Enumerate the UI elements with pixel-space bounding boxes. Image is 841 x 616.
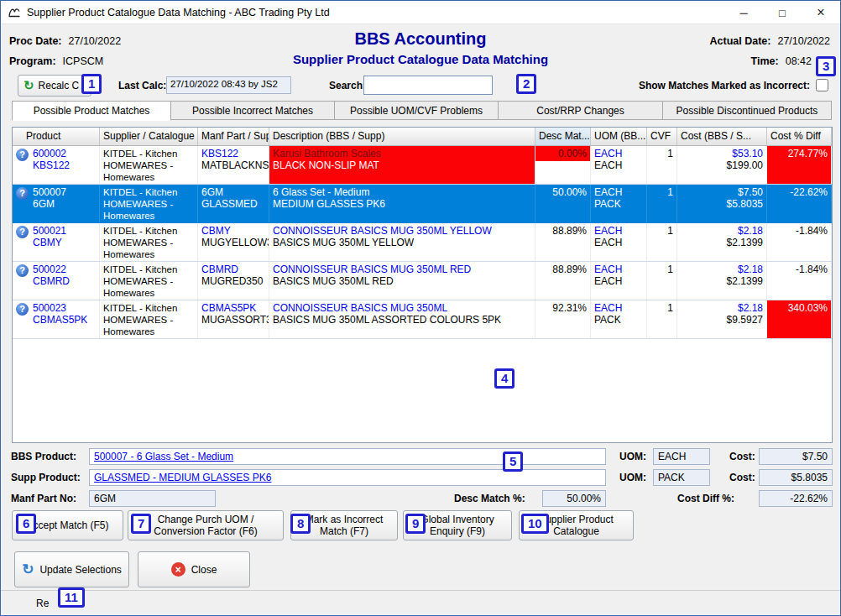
maximize-button[interactable]: □	[763, 1, 802, 24]
recalc-button[interactable]: ↻ Recalc C	[18, 75, 91, 97]
show-incorrect-checkbox[interactable]	[816, 79, 828, 91]
cost-diff-cell: 274.77%	[767, 146, 832, 184]
bbs-cost-label: Cost:	[729, 451, 755, 462]
bbs-cost-field: $7.50	[759, 448, 833, 465]
callout-9: 9	[405, 514, 426, 534]
column-header-desc-match[interactable]: Desc Mat...	[535, 128, 591, 145]
matches-table: Product Supplier / Catalogue Manf Part /…	[12, 127, 833, 443]
last-calc-label: Last Calc:	[118, 80, 166, 91]
page-title: Supplier Product Catalogue Data Matching	[1, 52, 840, 66]
update-icon: ↻	[22, 561, 34, 578]
table-row[interactable]: ? 500022 CBMRD KITDEL - Kitchen HOMEWARE…	[13, 262, 832, 300]
callout-3: 3	[816, 56, 836, 76]
close-window-button[interactable]: ×	[802, 1, 840, 24]
cost-diff-field: -22.62%	[759, 490, 833, 507]
supp-product-label: Supp Product:	[11, 472, 81, 483]
callout-1: 1	[81, 74, 102, 94]
table-row-selected[interactable]: ? 500007 6GM KITDEL - Kitchen HOMEWARES …	[13, 185, 832, 223]
callout-2: 2	[516, 74, 536, 94]
window-controls: ─ □ ×	[724, 1, 840, 24]
tab-possible-product-matches[interactable]: Possible Product Matches	[12, 101, 171, 121]
update-selections-button[interactable]: ↻ Update Selections	[14, 551, 129, 587]
supp-uom-field: PACK	[653, 469, 710, 486]
supplier-cell: KITDEL - Kitchen HOMEWARES - Homewares P…	[100, 223, 198, 261]
close-button[interactable]: × Close	[138, 551, 250, 587]
show-incorrect-label: Show Matches Marked as Incorrect:	[639, 80, 810, 91]
time: Time:08:42	[751, 53, 812, 68]
supplier-cell: KITDEL - Kitchen HOMEWARES - Homewares P…	[100, 185, 198, 222]
recalc-icon: ↻	[24, 78, 34, 93]
supplier-cell: KITDEL - Kitchen HOMEWARES - Homewares P…	[100, 262, 198, 300]
desc-match-field: 50.00%	[542, 490, 606, 507]
bbs-uom-field: EACH	[653, 448, 710, 465]
tab-possible-discontinued-products[interactable]: Possible Discontinued Products	[663, 101, 832, 120]
column-header-cost-pct-diff[interactable]: Cost % Diff	[767, 128, 832, 145]
actual-date: Actual Date:27/10/2022	[710, 33, 831, 48]
minimize-button[interactable]: ─	[724, 1, 763, 24]
supplier-cell: KITDEL - Kitchen HOMEWARES - Homewares P…	[100, 146, 198, 184]
cost-diff-cell: -1.84%	[767, 262, 832, 300]
callout-7: 7	[131, 514, 151, 534]
cost-diff-cell: 340.03%	[767, 300, 832, 338]
column-header-product[interactable]: Product	[13, 128, 100, 145]
supp-cost-field: $5.8035	[759, 469, 833, 486]
bbs-uom-label: UOM:	[619, 451, 646, 462]
description-cell: CONNOISSEUR BASICS MUG 350ML RED BASICS …	[269, 262, 535, 300]
close-icon: ×	[171, 562, 185, 577]
column-header-description[interactable]: Description (BBS / Supp)	[269, 128, 535, 145]
app-window: Supplier Product Catalogue Data Matching…	[0, 0, 841, 616]
supp-uom-label: UOM:	[619, 472, 646, 483]
callout-10: 10	[521, 514, 549, 534]
table-row[interactable]: ? 600002 KBS122 KITDEL - Kitchen HOMEWAR…	[13, 146, 832, 185]
callout-5: 5	[503, 452, 523, 472]
table-header-row: Product Supplier / Catalogue Manf Part /…	[13, 128, 832, 146]
help-icon[interactable]: ?	[16, 264, 29, 277]
tab-cost-rrp-changes[interactable]: Cost/RRP Changes	[499, 101, 663, 120]
supp-product-field[interactable]: GLASSMED - MEDIUM GLASSES PK6	[89, 469, 606, 486]
help-icon[interactable]: ?	[16, 187, 29, 200]
column-header-uom[interactable]: UOM (BB...	[591, 128, 647, 145]
search-label: Search:	[329, 80, 366, 91]
table-row[interactable]: ? 500021 CBMY KITDEL - Kitchen HOMEWARES…	[13, 223, 832, 262]
description-cell: CONNOISSEUR BASICS MUG 350ML BASICS MUG …	[269, 300, 535, 338]
column-header-supplier[interactable]: Supplier / Catalogue	[100, 128, 198, 145]
supplier-cell: KITDEL - Kitchen HOMEWARES - Homewares P…	[100, 300, 198, 338]
manf-part-label: Manf Part No:	[11, 493, 76, 504]
column-header-cost[interactable]: Cost (BBS / S...	[677, 128, 767, 145]
supp-cost-label: Cost:	[729, 472, 755, 483]
status-bar: Re	[1, 590, 840, 615]
desc-match-label: Desc Match %:	[454, 493, 525, 504]
column-header-cvf[interactable]: CVF	[647, 128, 677, 145]
description-cell: Karusi Bathroom Scales BLACK NON-SLIP MA…	[269, 146, 535, 184]
app-logo-icon	[8, 6, 21, 19]
description-cell: 6 Glass Set - Medium MEDIUM GLASSES PK6	[269, 185, 535, 222]
help-icon[interactable]: ?	[16, 149, 29, 161]
description-cell: CONNOISSEUR BASICS MUG 350ML YELLOW BASI…	[269, 223, 535, 261]
callout-4: 4	[494, 368, 515, 389]
status-text: Re	[36, 598, 49, 609]
cost-diff-label: Cost Diff %:	[677, 493, 734, 504]
search-input[interactable]	[363, 76, 493, 95]
help-icon[interactable]: ?	[16, 226, 29, 238]
callout-8: 8	[290, 514, 311, 534]
window-title: Supplier Product Catalogue Data Matching…	[27, 7, 330, 18]
column-header-manf-part[interactable]: Manf Part / Sup...	[198, 128, 269, 145]
manf-part-field: 6GM	[89, 490, 216, 507]
bbs-product-label: BBS Product:	[11, 451, 76, 462]
cost-diff-cell: -1.84%	[767, 223, 832, 261]
table-row[interactable]: ? 500023 CBMAS5PK KITDEL - Kitchen HOMEW…	[13, 300, 832, 339]
cost-diff-cell: -22.62%	[767, 185, 832, 222]
callout-6: 6	[16, 514, 36, 534]
tab-possible-uom-cvf-problems[interactable]: Possible UOM/CVF Problems	[335, 101, 499, 120]
last-calc-field: 27/10/2022 08:43 by JS2	[166, 76, 291, 94]
tab-bar: Possible Product Matches Possible Incorr…	[12, 101, 832, 121]
tab-possible-incorrect-matches[interactable]: Possible Incorrect Matches	[171, 101, 335, 120]
bbs-product-field[interactable]: 500007 - 6 Glass Set - Medium	[89, 448, 606, 465]
help-icon[interactable]: ?	[16, 303, 29, 316]
callout-11: 11	[58, 587, 85, 608]
title-bar: Supplier Product Catalogue Data Matching…	[1, 1, 840, 24]
